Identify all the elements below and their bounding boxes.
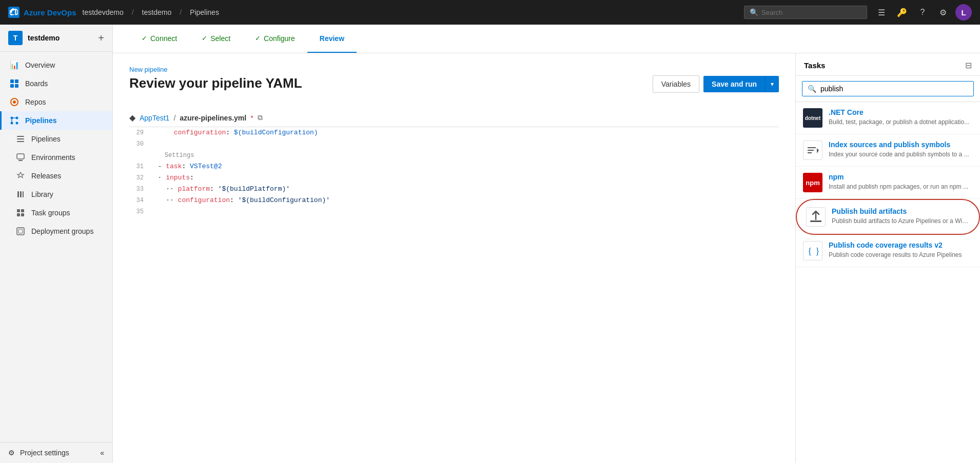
svg-rect-28 <box>808 152 812 153</box>
project-name[interactable]: testdemo <box>142 8 172 16</box>
project-avatar: T <box>8 31 23 45</box>
task-item-publish-wrapper[interactable]: Publish build artifacts Publish build ar… <box>799 201 977 233</box>
sidebar-item-boards[interactable]: Boards <box>0 74 112 93</box>
dotnet-icon: dotnet <box>803 108 822 128</box>
task-item-publish[interactable]: Publish build artifacts Publish build ar… <box>799 201 977 233</box>
logo[interactable]: Azure DevOps <box>8 7 76 18</box>
task-item-coverage[interactable]: { } Publish code coverage results v2 Pub… <box>796 235 980 267</box>
search-input[interactable] <box>761 9 861 16</box>
svg-rect-2 <box>10 84 14 88</box>
step-select[interactable]: ✓ Select <box>189 25 243 53</box>
new-pipeline-label: New pipeline <box>129 66 779 73</box>
step-review-label: Review <box>320 34 344 43</box>
avatar[interactable]: L <box>955 4 972 21</box>
svg-point-6 <box>11 117 13 119</box>
code-editor[interactable]: 29 configuration: $(buildConfiguration) … <box>129 127 779 463</box>
tasks-search-input-wrapper[interactable]: 🔍 publish <box>802 81 974 96</box>
sidebar-item-taskgroups[interactable]: Task groups <box>0 204 112 222</box>
key-icon[interactable]: 🔑 <box>894 4 910 21</box>
select-check-icon: ✓ <box>202 34 207 42</box>
step-review[interactable]: Review <box>307 25 357 53</box>
code-line-29: 29 configuration: $(buildConfiguration) <box>129 127 779 138</box>
help-icon[interactable]: ? <box>914 4 931 21</box>
sidebar-item-label-repos: Repos <box>25 98 46 106</box>
svg-point-7 <box>16 117 18 119</box>
sidebar-item-label-pipelines-sub: Pipelines <box>31 135 61 143</box>
notifications-icon[interactable]: ☰ <box>873 4 890 21</box>
tasks-list: dotnet .NET Core Build, test, package, o… <box>796 102 980 463</box>
sidebar-item-repos[interactable]: Repos <box>0 93 112 111</box>
tasks-header: Tasks ⊟ <box>796 53 980 76</box>
code-line-settings: Settings <box>129 150 779 161</box>
svg-rect-22 <box>17 213 20 216</box>
variables-button[interactable]: Variables <box>653 75 699 93</box>
org-name[interactable]: testdevdemo <box>83 8 124 16</box>
publish-info: Publish build artifacts Publish build ar… <box>832 207 970 226</box>
svg-rect-19 <box>23 191 24 197</box>
tasks-search-field[interactable]: publish <box>820 85 968 93</box>
boards-icon <box>10 79 19 88</box>
sidebar-item-label-library: Library <box>31 190 53 198</box>
code-line-30: 30 <box>129 138 779 150</box>
svg-rect-13 <box>17 138 24 139</box>
symbols-icon <box>803 140 822 160</box>
svg-rect-3 <box>15 84 18 88</box>
svg-rect-18 <box>20 191 22 197</box>
step-select-label: Select <box>210 34 230 43</box>
section-name[interactable]: Pipelines <box>190 8 219 16</box>
code-line-32: 32 · inputs: <box>129 172 779 184</box>
editor-area: New pipeline Review your pipeline YAML V… <box>113 53 795 463</box>
task-item-npm[interactable]: npm npm Install and publish npm packages… <box>796 167 980 199</box>
sidebar-item-pipelines[interactable]: Pipelines <box>0 111 112 130</box>
pipelines-icon <box>10 116 19 125</box>
code-line-31: 31 - task: VSTest@2 <box>129 161 779 172</box>
svg-text:}: } <box>815 246 820 256</box>
filename: azure-pipelines.yml <box>180 114 246 122</box>
connect-check-icon: ✓ <box>142 34 147 42</box>
repo-link[interactable]: AppTest1 <box>140 114 169 122</box>
task-item-dotnet[interactable]: dotnet .NET Core Build, test, package, o… <box>796 102 980 134</box>
svg-rect-17 <box>17 191 19 197</box>
pipelines-sub-icon <box>16 134 25 144</box>
sidebar-item-overview[interactable]: 📊 Overview <box>0 56 112 74</box>
sidebar-item-environments[interactable]: Environments <box>0 148 112 167</box>
project-add-button[interactable]: + <box>98 33 104 43</box>
topbar-icons: ☰ 🔑 ? ⚙ L <box>873 4 972 21</box>
coverage-desc: Publish code coverage results to Azure P… <box>829 251 973 259</box>
sidebar-item-label-boards: Boards <box>25 79 48 88</box>
svg-rect-23 <box>21 213 24 216</box>
pipeline-actions: Variables Save and run ▾ <box>653 75 779 93</box>
pipeline-header: New pipeline Review your pipeline YAML V… <box>129 66 779 102</box>
taskgroups-icon <box>16 208 25 217</box>
sidebar-item-pipelines-sub[interactable]: Pipelines <box>0 130 112 148</box>
search-box[interactable]: 🔍 <box>744 6 867 19</box>
collapse-icon[interactable]: « <box>100 449 104 457</box>
copy-icon[interactable]: ⧉ <box>258 113 263 122</box>
sidebar-item-library[interactable]: Library <box>0 185 112 204</box>
step-configure[interactable]: ✓ Configure <box>243 25 307 53</box>
pipeline-title: Review your pipeline YAML <box>129 75 302 91</box>
deploymentgroups-icon <box>16 227 25 236</box>
svg-rect-14 <box>17 141 24 142</box>
sidebar-item-deploymentgroups[interactable]: Deployment groups <box>0 222 112 240</box>
tasks-search-icon: 🔍 <box>808 85 816 93</box>
task-item-symbols[interactable]: Index sources and publish symbols Index … <box>796 134 980 167</box>
sidebar-item-releases[interactable]: Releases <box>0 167 112 185</box>
save-and-run-button[interactable]: Save and run <box>703 76 765 92</box>
svg-rect-27 <box>808 150 814 151</box>
npm-icon: npm <box>803 173 822 192</box>
settings-icon[interactable]: ⚙ <box>935 4 951 21</box>
environments-icon <box>16 153 25 162</box>
step-connect[interactable]: ✓ Connect <box>129 25 189 53</box>
save-run-dropdown-button[interactable]: ▾ <box>765 76 779 92</box>
code-line-34: 34 ·· configuration: '$(buildConfigurati… <box>129 195 779 206</box>
sep2: / <box>180 8 182 16</box>
tasks-panel: Tasks ⊟ 🔍 publish dotnet <box>795 53 980 463</box>
project-settings[interactable]: ⚙ Project settings « <box>0 442 112 463</box>
tasks-collapse-icon[interactable]: ⊟ <box>965 61 972 70</box>
svg-point-9 <box>16 122 18 125</box>
tasks-title: Tasks <box>804 61 825 70</box>
code-line-33: 33 ·· platform: '$(buildPlatform)' <box>129 184 779 195</box>
overview-icon: 📊 <box>10 61 19 70</box>
npm-info: npm Install and publish npm packages, or… <box>829 173 973 191</box>
